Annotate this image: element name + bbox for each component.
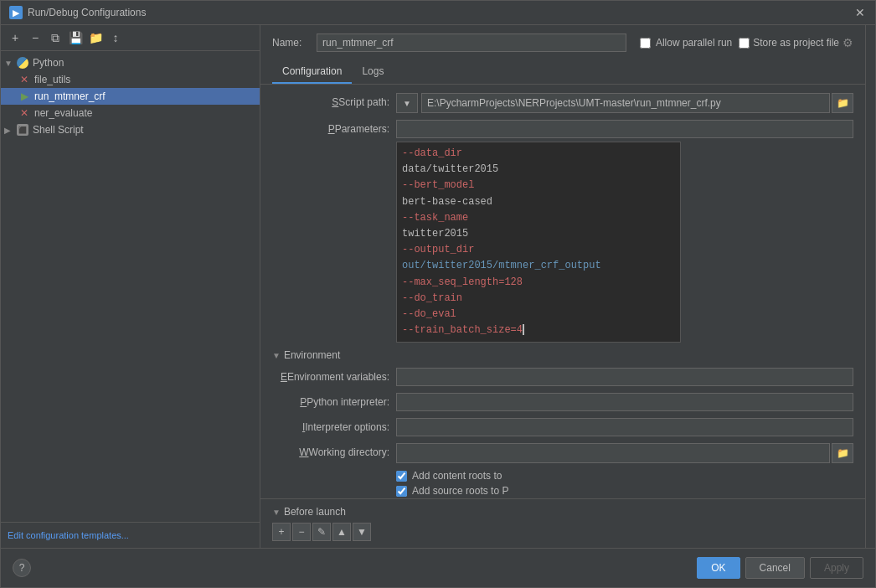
launch-edit-button[interactable]: ✎ — [312, 523, 331, 541]
help-button[interactable]: ? — [13, 559, 31, 577]
config-item-ner-evaluate[interactable]: ✕ ner_evaluate — [1, 105, 260, 121]
python-group-label: Python — [33, 57, 64, 69]
launch-up-button[interactable]: ▲ — [332, 523, 351, 541]
add-source-roots-checkbox[interactable] — [396, 486, 407, 497]
left-panel: + − ⧉ 💾 📁 ↕ ▼ Python — [1, 25, 260, 548]
autocomplete-line-12: --train_batch_size=4 — [402, 322, 675, 338]
launch-down-button[interactable]: ▼ — [353, 523, 371, 541]
autocomplete-line-3: --bert_model — [402, 178, 675, 193]
config-item-label: ner_evaluate — [34, 107, 92, 119]
autocomplete-popup[interactable]: --data_dir data/twitter2015 --bert_model… — [396, 142, 681, 343]
add-source-roots-label: Add source roots to P — [412, 485, 508, 497]
add-config-button[interactable]: + — [6, 28, 24, 47]
expand-arrow: ▼ — [4, 59, 13, 68]
interpreter-options-label: IInterpreter options: — [272, 418, 389, 433]
config-item-label: file_utils — [34, 74, 70, 85]
bottom-bar: ? OK Cancel Apply — [1, 548, 875, 587]
working-directory-input[interactable] — [396, 443, 830, 463]
python-interpreter-control — [396, 393, 853, 411]
launch-toolbar: + − ✎ ▲ ▼ — [272, 523, 853, 541]
python-icon — [16, 56, 29, 70]
parameters-input[interactable] — [396, 120, 853, 138]
dialog-title: Run/Debug Configurations — [28, 7, 146, 18]
environment-label: Environment — [284, 349, 340, 361]
close-button[interactable]: ✕ — [853, 6, 867, 19]
remove-config-button[interactable]: − — [26, 28, 44, 47]
autocomplete-line-1: --data_dir — [402, 146, 675, 162]
working-directory-row: WWorking directory: 📁 — [272, 443, 853, 463]
script-path-control: ▼ 📁 — [396, 93, 853, 113]
add-content-roots-checkbox[interactable] — [396, 471, 407, 482]
script-path-row: SScript path: ▼ 📁 — [272, 93, 853, 113]
apply-button[interactable]: Apply — [810, 557, 863, 579]
config-item-run-mtmner-crf[interactable]: ▶ run_mtmner_crf — [1, 88, 260, 105]
working-directory-input-wrapper: 📁 — [396, 443, 853, 463]
edit-templates-link[interactable]: Edit configuration templates... — [8, 530, 129, 540]
before-launch-section: ▼ Before launch + − ✎ ▲ ▼ — [260, 498, 865, 548]
environment-section-header[interactable]: ▼ Environment — [272, 349, 853, 361]
working-directory-label: WWorking directory: — [272, 443, 389, 458]
right-panel: Name: Allow parallel run Sto — [260, 25, 865, 548]
autocomplete-line-7: --output_dir — [402, 242, 675, 258]
script-path-label: SScript path: — [272, 93, 389, 108]
app-icon: ▶ — [9, 6, 23, 19]
title-bar-left: ▶ Run/Debug Configurations — [9, 6, 146, 19]
launch-add-button[interactable]: + — [272, 523, 291, 541]
config-content: SScript path: ▼ 📁 — [260, 85, 865, 498]
folder-config-button[interactable]: 📁 — [86, 28, 105, 47]
main-content: + − ⧉ 💾 📁 ↕ ▼ Python — [1, 25, 875, 548]
config-scroll-area: Name: Allow parallel run Sto — [260, 25, 865, 548]
launch-remove-button[interactable]: − — [292, 523, 311, 541]
autocomplete-line-2: data/twitter2015 — [402, 162, 675, 178]
python-interpreter-label: PPython interpreter: — [272, 393, 389, 408]
add-source-roots-row: Add source roots to P — [396, 485, 853, 497]
right-with-scroll: Name: Allow parallel run Sto — [260, 25, 875, 548]
shell-script-group[interactable]: ▶ ⬛ Shell Script — [1, 121, 260, 138]
ok-button[interactable]: OK — [697, 557, 739, 579]
title-bar: ▶ Run/Debug Configurations ✕ — [1, 1, 875, 25]
before-launch-label: Before launch — [284, 506, 346, 518]
python-interpreter-input[interactable] — [396, 393, 853, 411]
store-project-checkbox[interactable] — [739, 38, 750, 49]
allow-parallel-label: Allow parallel run — [656, 37, 732, 49]
interpreter-options-input[interactable] — [396, 418, 853, 436]
working-directory-browse-button[interactable]: 📁 — [832, 443, 853, 463]
parameters-control: --data_dir data/twitter2015 --bert_model… — [396, 120, 853, 343]
run-icon: ▶ — [18, 90, 31, 103]
left-toolbar: + − ⧉ 💾 📁 ↕ — [1, 25, 260, 51]
save-config-button[interactable]: 💾 — [66, 28, 85, 47]
store-project-row: Store as project file ⚙ — [739, 36, 853, 49]
tab-configuration[interactable]: Configuration — [272, 60, 352, 84]
autocomplete-line-6: twitter2015 — [402, 226, 675, 242]
before-launch-header[interactable]: ▼ Before launch — [272, 506, 853, 518]
env-variables-row: EEnvironment variables: — [272, 368, 853, 386]
script-path-input[interactable] — [421, 93, 830, 113]
autocomplete-line-11: --do_eval — [402, 307, 675, 322]
name-input[interactable] — [317, 34, 626, 52]
autocomplete-line-9: --max_seq_length=128 — [402, 275, 675, 291]
gear-icon[interactable]: ⚙ — [843, 36, 853, 49]
allow-parallel-checkbox[interactable] — [640, 38, 651, 49]
script-path-dropdown[interactable]: ▼ — [396, 93, 418, 113]
interpreter-options-row: IInterpreter options: — [272, 418, 853, 436]
cancel-button[interactable]: Cancel — [745, 557, 805, 579]
config-tree: ▼ Python ✕ file_utils ▶ — [1, 51, 260, 522]
config-item-file-utils[interactable]: ✕ file_utils — [1, 71, 260, 88]
autocomplete-line-10: --do_train — [402, 291, 675, 307]
env-variables-label: EEnvironment variables: — [272, 368, 389, 383]
copy-config-button[interactable]: ⧉ — [46, 28, 64, 47]
sort-config-button[interactable]: ↕ — [106, 28, 125, 47]
add-content-roots-label: Add content roots to — [412, 470, 502, 482]
interpreter-options-control — [396, 418, 853, 436]
autocomplete-line-5: --task_name — [402, 210, 675, 226]
left-footer: Edit configuration templates... — [1, 522, 260, 548]
store-project-label: Store as project file — [753, 37, 839, 49]
script-path-browse-button[interactable]: 📁 — [832, 93, 853, 113]
python-interpreter-row: PPython interpreter: — [272, 393, 853, 411]
env-variables-input[interactable] — [396, 368, 853, 386]
add-content-roots-row: Add content roots to — [396, 470, 853, 482]
scrollbar[interactable] — [865, 25, 875, 548]
python-group[interactable]: ▼ Python — [1, 54, 260, 71]
tab-logs[interactable]: Logs — [352, 60, 394, 84]
error-icon: ✕ — [18, 106, 31, 120]
